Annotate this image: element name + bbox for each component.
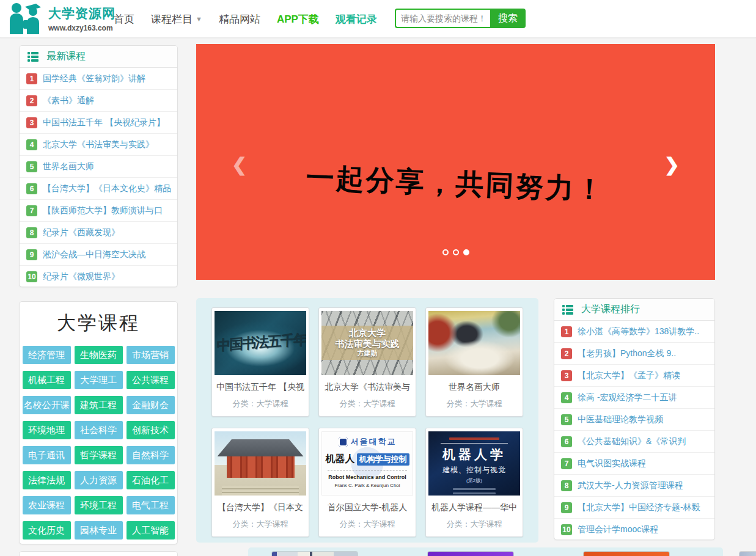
category-tag[interactable]: 环境工程 (75, 496, 123, 514)
category-tag[interactable]: 公共课程 (127, 371, 175, 389)
page: 大学资源网 www.dxzy163.com 首页 课程栏目▼ 精品网站 APP下… (0, 0, 756, 556)
list-item[interactable]: 2【老男孩】Python全栈 9.. (554, 343, 714, 365)
category-tag[interactable]: 人工智能 (127, 521, 175, 540)
course-thumbnail[interactable] (584, 552, 669, 556)
brand-logo[interactable]: 大学资源网 www.dxzy163.com (9, 2, 116, 35)
category-tag[interactable]: 石油化工 (127, 471, 175, 489)
course-card[interactable]: 北京大学 书法审美与实践 方建勋 北京大学《书法审美与 分类：大学课程 (318, 307, 416, 417)
carousel-dot-3-active[interactable] (463, 249, 469, 255)
list-item[interactable]: 10纪录片《微观世界》 (20, 266, 177, 287)
category-tag[interactable]: 电子通讯 (23, 446, 71, 464)
rank-badge: 7 (561, 458, 572, 469)
list-item[interactable]: 8纪录片《西藏发现》 (20, 222, 177, 244)
carousel-dot-2[interactable] (453, 249, 459, 255)
rank-badge: 3 (561, 370, 572, 381)
brand-url: www.dxzy163.com (48, 24, 116, 32)
category-tag[interactable]: 经济管理 (23, 346, 71, 364)
list-item[interactable]: 6【台湾大学】《日本文化史》精品 (20, 178, 177, 200)
latest-courses-title: 最新课程 (46, 50, 86, 63)
list-item[interactable]: 7电气识图实战课程 (554, 453, 714, 475)
category-tag[interactable]: 机械工程 (23, 371, 71, 389)
chevron-down-icon: ▼ (196, 15, 202, 23)
category-tag[interactable]: 金融财会 (127, 396, 175, 414)
course-category: 分类：大学课程 (426, 393, 523, 416)
category-tag[interactable]: 大学理工 (75, 371, 123, 389)
list-item[interactable]: 2《素书》通解 (20, 90, 177, 112)
category-tag[interactable]: 环境地理 (23, 421, 71, 439)
category-tag[interactable]: 农业课程 (23, 496, 71, 514)
next-section-left-panel (19, 551, 178, 556)
course-title: 【台湾大学】《日本文 (212, 496, 309, 513)
carousel-next-arrow[interactable]: ❯ (664, 154, 680, 175)
carousel-dot-1[interactable] (442, 249, 449, 255)
course-ranking-header: 大学课程排行 (554, 299, 714, 321)
category-panel-title: 大学课程 (20, 302, 177, 346)
category-tag[interactable]: 生物医药 (75, 346, 123, 364)
category-tag[interactable]: 市场营销 (127, 346, 175, 364)
rank-badge: 9 (26, 249, 37, 260)
search-input[interactable] (395, 9, 490, 28)
main-nav: 首页 课程栏目▼ 精品网站 APP下载 观看记录 (114, 0, 377, 38)
nav-item-home[interactable]: 首页 (114, 12, 134, 26)
course-card[interactable]: 世界名画大师 分类：大学课程 (425, 307, 523, 417)
nav-item-app-download[interactable]: APP下载 (277, 12, 319, 26)
search-button[interactable]: 搜索 (490, 9, 526, 28)
course-thumbnail: 北京大学 书法审美与实践 方建勋 (321, 311, 413, 375)
latest-courses-panel: 最新课程 1国学经典《笠翁对韵》讲解 2《素书》通解 3中国书法五千年 【央视纪… (19, 45, 178, 287)
list-item[interactable]: 4北京大学《书法审美与实践》 (20, 134, 177, 156)
list-item[interactable]: 1徐小湛《高等数学》138讲教学.. (554, 321, 714, 343)
category-tag[interactable]: 文化历史 (23, 521, 71, 540)
rank-badge: 10 (561, 524, 572, 535)
list-item[interactable]: 9【北京大学】中国经济专题-林毅 (554, 497, 714, 519)
category-tag[interactable]: 自然科学 (127, 446, 175, 464)
course-category: 分类：大学课程 (319, 513, 416, 536)
list-item[interactable]: 10管理会计学mooc课程 (554, 519, 714, 540)
list-item[interactable]: 1国学经典《笠翁对韵》讲解 (20, 68, 177, 90)
category-tag[interactable]: 法律法规 (23, 471, 71, 489)
rank-badge: 9 (561, 502, 572, 513)
list-item[interactable]: 3【北京大学】《孟子》精读 (554, 365, 714, 387)
list-item[interactable]: 4徐高 -宏观经济学二十五讲 (554, 387, 714, 409)
nav-item-watch-history[interactable]: 观看记录 (336, 12, 377, 26)
rank-badge: 6 (26, 183, 37, 194)
next-section-cards-panel (248, 547, 723, 556)
course-card[interactable]: 中国书法五千年 中国书法五千年 【央视 分类：大学课程 (211, 307, 309, 417)
latest-courses-header: 最新课程 (20, 46, 177, 68)
list-item[interactable]: 9淞沪会战—中日海空大决战 (20, 244, 177, 266)
category-tag[interactable]: 人力资源 (75, 471, 123, 489)
category-panel: 大学课程 经济管理 生物医药 市场营销 机械工程 大学理工 公共课程 名校公开课… (19, 301, 178, 544)
category-tag[interactable]: 哲学课程 (75, 446, 123, 464)
list-item[interactable]: 6《公共基础知识》&《常识判 (554, 431, 714, 453)
course-thumbnail[interactable] (272, 552, 358, 556)
category-tag[interactable]: 园林专业 (75, 521, 123, 540)
rank-badge: 3 (26, 117, 37, 128)
nav-item-course-menu[interactable]: 课程栏目▼ (151, 12, 202, 26)
rank-badge: 1 (561, 326, 572, 337)
list-item[interactable]: 5世界名画大师 (20, 156, 177, 178)
course-ranking-panel: 大学课程排行 1徐小湛《高等数学》138讲教学.. 2【老男孩】Python全栈… (554, 298, 715, 540)
course-card[interactable]: 机器人学 建模、控制与视觉 (第2版) 机器人学课程——华中 分类：大学课程 (425, 428, 523, 537)
course-card[interactable]: 【台湾大学】《日本文 分类：大学课程 (211, 428, 309, 537)
course-thumbnail: 机器人学 建模、控制与视觉 (第2版) (428, 431, 520, 496)
course-title: 世界名画大师 (426, 375, 523, 393)
category-tag[interactable]: 创新技术 (127, 421, 175, 439)
category-tag[interactable]: 电气工程 (127, 496, 175, 514)
category-tag[interactable]: 社会科学 (75, 421, 123, 439)
course-thumbnail[interactable] (739, 552, 756, 556)
rank-badge: 2 (26, 95, 37, 106)
course-thumbnail[interactable] (428, 552, 513, 556)
course-title: 机器人学课程——华中 (426, 496, 523, 513)
list-item[interactable]: 7【陕西师范大学】教师演讲与口 (20, 200, 177, 222)
course-card[interactable]: 서울대학교 机器人机构学与控制 Robot Mechanics and Cont… (318, 428, 416, 537)
carousel-prev-arrow[interactable]: ❮ (232, 154, 247, 175)
list-item[interactable]: 3中国书法五千年 【央视纪录片】 (20, 112, 177, 134)
list-item[interactable]: 8武汉大学-人力资源管理课程 (554, 475, 714, 497)
category-tag[interactable]: 建筑工程 (75, 396, 123, 414)
brand-text: 大学资源网 www.dxzy163.com (48, 5, 116, 32)
rank-badge: 1 (26, 73, 37, 84)
rank-badge: 6 (561, 436, 572, 447)
category-tag[interactable]: 名校公开课 (23, 396, 71, 414)
nav-item-featured-sites[interactable]: 精品网站 (219, 12, 260, 26)
list-item[interactable]: 5中医基础理论教学视频 (554, 409, 714, 431)
rank-badge: 5 (26, 161, 37, 172)
